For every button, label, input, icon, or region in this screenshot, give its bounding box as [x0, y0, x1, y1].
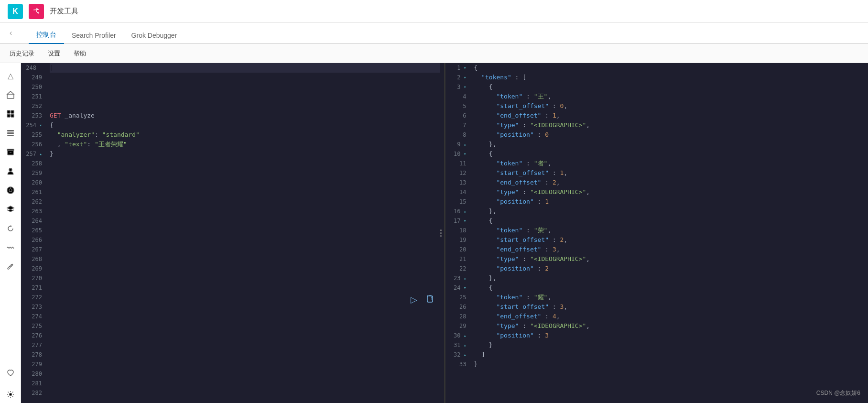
code-line-264: [50, 216, 440, 226]
svg-rect-7: [7, 135, 14, 136]
r-code-line-17: {: [474, 216, 865, 226]
code-line-259: [50, 168, 440, 178]
r-code-line-24: {: [474, 283, 865, 293]
sidebar-icon-data[interactable]: [2, 124, 19, 142]
r-code-line-33: }: [474, 359, 865, 369]
action-buttons: ▷: [409, 292, 436, 307]
r-code-line-7: "type" : "<IDEOGRAPHIC>",: [474, 120, 865, 130]
svg-rect-5: [7, 130, 14, 131]
right-editor: 1▾ 2▾ 3▾ 4 5 6 7 8 9▴ 10▾ 11 12 13 14 15…: [444, 63, 868, 403]
r-code-line-18: "token" : "荣",: [474, 226, 865, 235]
code-line-279: [50, 359, 440, 369]
sidebar-icon-back[interactable]: △: [2, 67, 19, 84]
r-code-line-32: ]: [474, 350, 865, 359]
tab-console[interactable]: 控制台: [29, 27, 64, 44]
code-line-271: [50, 283, 440, 293]
editor-divider[interactable]: [438, 63, 444, 403]
sidebar-icon-grid[interactable]: [2, 105, 19, 122]
logo-k: K: [12, 7, 18, 16]
tab-search-profiler[interactable]: Search Profiler: [64, 28, 124, 44]
r-code-line-19: "start_offset" : 2,: [474, 235, 865, 245]
right-code-area[interactable]: 1▾ 2▾ 3▾ 4 5 6 7 8 9▴ 10▾ 11 12 13 14 15…: [445, 63, 868, 403]
r-code-line-5: "start_offset" : 0,: [474, 101, 865, 111]
code-line-273: [50, 302, 440, 312]
r-code-line-12: "start_offset" : 1,: [474, 168, 865, 178]
r-code-line-4: "token" : "王",: [474, 92, 865, 101]
svg-rect-3: [7, 114, 10, 117]
app-icon-text: 弋: [33, 7, 39, 15]
r-code-line-3: {: [474, 82, 865, 92]
tab-bar: ‹ 控制台 Search Profiler Grok Debugger: [0, 23, 868, 44]
code-line-252: [50, 101, 440, 111]
code-line-254: {: [50, 120, 440, 130]
code-line-256: , "text": "王者荣耀": [50, 140, 440, 149]
code-line-278: [50, 350, 440, 359]
kibana-logo: K: [8, 4, 23, 19]
r-code-line-31: }: [474, 340, 865, 350]
main-content: △: [0, 63, 868, 403]
r-code-line-6: "end_offset" : 1,: [474, 111, 865, 120]
svg-rect-4: [11, 114, 14, 117]
svg-point-11: [9, 168, 12, 171]
r-code-line-2: "tokens" : [: [474, 73, 865, 82]
r-code-line-14: "type" : "<IDEOGRAPHIC>",: [474, 187, 865, 197]
r-code-line-20: "end_offset" : 3,: [474, 245, 865, 254]
sidebar-icon-analytics[interactable]: [2, 182, 19, 199]
code-line-277: [50, 340, 440, 350]
r-code-line-25: "token" : "耀",: [474, 293, 865, 302]
sidebar-icon-wave[interactable]: [2, 239, 19, 256]
code-line-269: [50, 264, 440, 273]
right-code-content[interactable]: { "tokens" : [ { "token" : "王", "start_o…: [470, 63, 868, 403]
copy-button[interactable]: [423, 292, 436, 307]
left-code-content[interactable]: | GET _analyze { "analyzer": "standard" …: [46, 63, 444, 403]
sidebar-icon-heart[interactable]: [2, 367, 19, 384]
svg-point-13: [9, 189, 12, 192]
code-line-274: [50, 312, 440, 321]
r-code-line-26: "start_offset" : 3,: [474, 302, 865, 312]
r-code-line-8: "position" : 0: [474, 130, 865, 140]
sidebar-icon-layers[interactable]: [2, 201, 19, 218]
sub-menu-settings[interactable]: 设置: [42, 46, 66, 61]
sidebar-icon-home[interactable]: [2, 86, 19, 103]
code-line-263: [50, 207, 440, 216]
code-line-270: [50, 273, 440, 283]
code-line-253: GET _analyze: [50, 111, 440, 120]
r-code-line-16: },: [474, 207, 865, 216]
left-code-area[interactable]: 248 249 250 251 252 253 254▾ 255 256 257…: [21, 63, 444, 403]
nav-back-icon[interactable]: ‹: [10, 29, 12, 37]
watermark: CSDN @念奴娇6: [816, 389, 860, 397]
code-line-281: [50, 379, 440, 388]
code-line-260: [50, 178, 440, 187]
code-line-255: "analyzer": "standard": [50, 130, 440, 140]
sub-menu-history[interactable]: 历史记录: [4, 46, 40, 61]
app-title: 开发工具: [50, 7, 78, 16]
code-line-248: |: [50, 63, 440, 73]
sidebar-icon-wrench[interactable]: [2, 258, 19, 275]
code-line-268: [50, 254, 440, 264]
r-code-line-29: "type" : "<IDEOGRAPHIC>",: [474, 321, 865, 331]
code-line-275: [50, 321, 440, 331]
code-line-261: [50, 187, 440, 197]
right-line-numbers: 1▾ 2▾ 3▾ 4 5 6 7 8 9▴ 10▾ 11 12 13 14 15…: [445, 63, 470, 403]
svg-rect-0: [7, 94, 14, 98]
sidebar-icon-archive[interactable]: [2, 143, 19, 161]
code-line-251: [50, 92, 440, 101]
sidebar-icon-gear[interactable]: [2, 386, 19, 403]
code-line-276: [50, 331, 440, 340]
r-code-line-15: "position" : 1: [474, 197, 865, 207]
sidebar-icon-refresh[interactable]: [2, 220, 19, 237]
code-line-250: [50, 82, 440, 92]
tab-grok-debugger[interactable]: Grok Debugger: [124, 28, 185, 44]
svg-rect-6: [7, 132, 14, 134]
code-line-282: [50, 388, 440, 398]
svg-rect-1: [7, 110, 10, 113]
code-line-249: [50, 73, 440, 82]
sub-menu-help[interactable]: 帮助: [68, 46, 92, 61]
editor-area: 248 249 250 251 252 253 254▾ 255 256 257…: [21, 63, 868, 403]
r-code-line-9: },: [474, 140, 865, 149]
run-button[interactable]: ▷: [409, 293, 419, 307]
sidebar-icon-user[interactable]: [2, 163, 19, 180]
code-line-280: [50, 369, 440, 379]
svg-rect-2: [11, 110, 14, 113]
sidebar: △: [0, 63, 21, 403]
